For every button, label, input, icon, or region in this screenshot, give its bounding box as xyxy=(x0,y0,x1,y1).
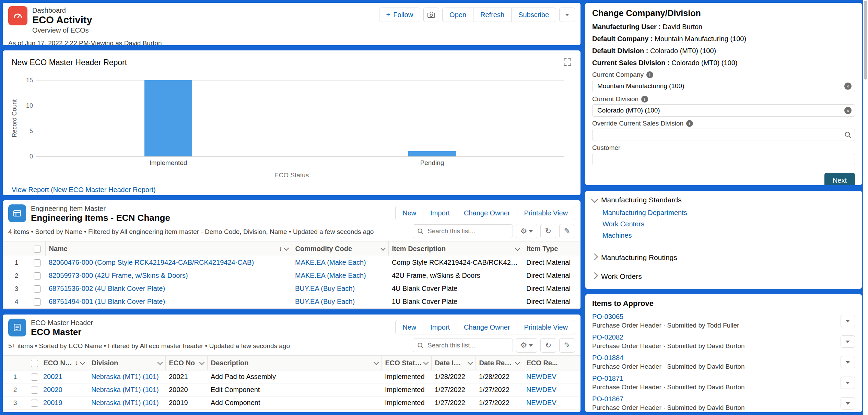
approval-actions-button[interactable] xyxy=(841,397,855,410)
row-checkbox[interactable] xyxy=(34,272,41,280)
horizontal-scrollbar[interactable] xyxy=(3,308,580,309)
eco-reason-link[interactable]: NEWDEV xyxy=(526,386,577,394)
column-menu-icon[interactable] xyxy=(515,245,520,251)
approval-actions-button[interactable] xyxy=(841,377,855,389)
column-menu-icon[interactable] xyxy=(199,359,204,365)
accordion-header[interactable]: Work Orders xyxy=(592,272,855,281)
row-checkbox[interactable] xyxy=(31,400,38,407)
approval-record-link[interactable]: PO-01884 xyxy=(592,354,836,362)
list-refresh-button[interactable]: ↻ xyxy=(540,224,556,238)
current-division-field[interactable] xyxy=(592,104,855,117)
item-name-link[interactable]: 68751536-002 (4U Blank Cover Plate) xyxy=(49,285,288,293)
eco-name-link[interactable]: 20021 xyxy=(43,373,84,381)
printable-view-button[interactable]: Printable View xyxy=(517,206,575,220)
row-checkbox[interactable] xyxy=(34,298,41,306)
import-button[interactable]: Import xyxy=(423,206,457,220)
column-menu-icon[interactable] xyxy=(157,359,163,365)
approval-actions-button[interactable] xyxy=(841,315,855,327)
column-menu-icon[interactable] xyxy=(515,359,520,365)
approval-record-link[interactable]: PO-03065 xyxy=(592,313,836,321)
select-all-checkbox[interactable] xyxy=(34,246,41,253)
expand-chart-button[interactable] xyxy=(561,55,574,69)
row-checkbox[interactable] xyxy=(31,374,38,381)
open-button[interactable]: Open xyxy=(442,8,473,22)
commodity-code-link[interactable]: BUY.EA (Buy Each) xyxy=(295,298,385,306)
approval-record-link[interactable]: PO-01867 xyxy=(592,395,836,403)
clear-field-button[interactable]: × xyxy=(844,107,852,114)
field-search-button[interactable] xyxy=(844,131,852,139)
current-company-field[interactable] xyxy=(592,80,855,92)
commodity-code-link[interactable]: MAKE.EA (Make Each) xyxy=(295,259,385,266)
commodity-code-link[interactable]: MAKE.EA (Make Each) xyxy=(295,272,385,280)
row-checkbox[interactable] xyxy=(31,387,38,394)
view-report-link[interactable]: View Report (New ECO Master Header Repor… xyxy=(12,186,156,194)
override-sales-division-field[interactable] xyxy=(592,129,855,141)
eco-reason-link[interactable]: NEWDEV xyxy=(526,399,577,407)
column-menu-icon[interactable] xyxy=(283,245,289,251)
row-checkbox[interactable] xyxy=(34,285,41,293)
column-menu-icon[interactable] xyxy=(423,359,429,365)
accordion-header[interactable]: Manufacturing Standards xyxy=(592,196,855,204)
approval-record-link[interactable]: PO-02082 xyxy=(592,333,836,341)
row-checkbox[interactable] xyxy=(34,259,41,266)
approval-actions-button[interactable] xyxy=(841,335,855,348)
next-button[interactable]: Next xyxy=(824,173,855,185)
item-name-link[interactable]: 82059973-000 (42U Frame, w/Skins & Doors… xyxy=(49,272,288,280)
x-axis-line xyxy=(36,156,564,157)
gear-icon: ⚙ xyxy=(520,227,527,235)
division-link[interactable]: Nebraska (MT1) (101) xyxy=(91,373,162,381)
change-owner-button[interactable]: Change Owner xyxy=(457,206,517,220)
column-menu-icon[interactable] xyxy=(373,359,379,365)
eco-name-link[interactable]: 20020 xyxy=(43,386,84,394)
new-button[interactable]: New xyxy=(395,320,423,334)
eco-reason-link[interactable]: NEWDEV xyxy=(526,412,577,412)
printable-view-button[interactable]: Printable View xyxy=(517,320,575,334)
eco-name-link[interactable]: 20019 xyxy=(43,399,84,407)
import-button[interactable]: Import xyxy=(423,320,457,334)
commodity-code-link[interactable]: BUY.EA (Buy Each) xyxy=(295,285,385,293)
follow-button[interactable]: + Follow xyxy=(379,8,420,22)
list-settings-button[interactable]: ⚙ xyxy=(516,224,537,238)
machines-link[interactable]: Machines xyxy=(602,232,632,239)
vertical-scrollbar[interactable] xyxy=(863,0,868,415)
gear-icon: ⚙ xyxy=(520,342,527,349)
item-name-link[interactable]: 68751494-001 (1U Blank Cover Plate) xyxy=(49,298,288,306)
manufacturing-departments-link[interactable]: Manufacturing Departments xyxy=(602,209,687,216)
info-icon[interactable]: i xyxy=(646,71,653,78)
list-edit-button[interactable]: ✎ xyxy=(559,224,575,238)
subscribe-button[interactable]: Subscribe xyxy=(511,8,556,22)
customer-field[interactable] xyxy=(592,153,855,165)
eco-description: Edit Component xyxy=(211,386,378,394)
column-menu-icon[interactable] xyxy=(80,359,85,365)
eco-name-link[interactable]: 20018 xyxy=(43,412,84,412)
division-link[interactable]: Nebraska (MT1) (101) xyxy=(91,386,162,394)
list-edit-button[interactable]: ✎ xyxy=(559,338,575,353)
info-icon[interactable]: i xyxy=(641,96,648,103)
scrollbar-thumb[interactable] xyxy=(864,1,867,80)
list-refresh-button[interactable]: ↻ xyxy=(540,338,556,353)
select-all-checkbox[interactable] xyxy=(31,360,38,367)
division-link[interactable]: Nebraska (MT1) (101) xyxy=(91,412,162,412)
refresh-button[interactable]: Refresh xyxy=(473,8,512,22)
search-input[interactable] xyxy=(427,341,508,349)
item-name-link[interactable]: 82060476-000 (Comp Style RCK4219424-CAB/… xyxy=(49,259,288,266)
column-menu-icon[interactable] xyxy=(380,245,386,251)
approval-actions-button[interactable] xyxy=(841,356,855,368)
snapshot-button[interactable] xyxy=(423,8,439,22)
bar-implemented[interactable] xyxy=(144,80,192,156)
search-input[interactable] xyxy=(427,227,508,235)
date-implemented: 1/28/2022 xyxy=(435,373,472,381)
column-menu-icon[interactable] xyxy=(467,359,473,365)
info-icon[interactable]: i xyxy=(686,120,693,127)
dashboard-more-button[interactable] xyxy=(559,8,575,22)
clear-field-button[interactable]: × xyxy=(844,83,852,90)
approval-record-link[interactable]: PO-01871 xyxy=(592,375,836,382)
change-owner-button[interactable]: Change Owner xyxy=(457,320,517,334)
accordion-header[interactable]: Manufacturing Routings xyxy=(592,253,855,262)
bar-pending[interactable] xyxy=(408,151,456,156)
new-button[interactable]: New xyxy=(395,206,423,220)
work-centers-link[interactable]: Work Centers xyxy=(602,220,644,228)
list-settings-button[interactable]: ⚙ xyxy=(516,338,537,353)
division-link[interactable]: Nebraska (MT1) (101) xyxy=(91,399,162,407)
eco-reason-link[interactable]: NEWDEV xyxy=(526,373,577,381)
